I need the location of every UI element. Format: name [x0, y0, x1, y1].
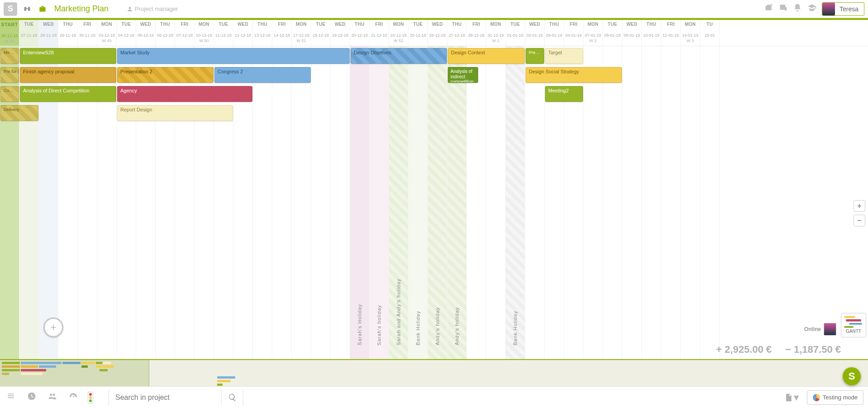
- timeline-col[interactable]: WED26-12-18: [428, 20, 447, 46]
- timeline-col[interactable]: FRI14-12-18: [272, 20, 292, 46]
- timeline-col[interactable]: THU20-12-18: [350, 20, 370, 46]
- task-bar[interactable]: Report Design: [117, 105, 233, 121]
- task-bar[interactable]: Target: [545, 48, 583, 64]
- pie-icon: [813, 394, 820, 401]
- task-bar[interactable]: Agency: [117, 86, 252, 102]
- timeline-col[interactable]: WED19-12-18: [331, 20, 350, 46]
- online-users[interactable]: Online: [804, 323, 836, 336]
- timeline-col[interactable]: MON10-12-18W 50: [194, 20, 214, 46]
- search-input[interactable]: [109, 389, 222, 406]
- gantt-chart: START26-11-18W 48TUE27-11-18WED28-11-18T…: [0, 20, 868, 359]
- timeline-col[interactable]: MON17-12-18W 51: [292, 20, 311, 46]
- task-bar[interactable]: EnterviewS28: [20, 48, 116, 64]
- task-bar[interactable]: Finish agency proposal: [20, 67, 116, 83]
- task-bar[interactable]: Me…: [0, 48, 19, 64]
- timeline-col[interactable]: THU03-01-19: [545, 20, 564, 46]
- timeline-col[interactable]: FRI21-12-18: [370, 20, 389, 46]
- task-layer: Me…EnterviewS28Market StudyDesign Objeti…: [0, 46, 868, 359]
- timeline-col[interactable]: FRI07-12-18: [175, 20, 194, 46]
- timeline-col[interactable]: WED02-01-19: [525, 20, 545, 46]
- total-expense: 1,187.50 €: [785, 344, 841, 355]
- timeline-header: START26-11-18W 48TUE27-11-18WED28-11-18T…: [0, 20, 868, 46]
- user-menu[interactable]: Teresa: [822, 2, 864, 16]
- timeline-col[interactable]: TUE18-12-18: [311, 20, 331, 46]
- timeline-col[interactable]: MON14-01-19W 3: [681, 20, 700, 46]
- timeline-col[interactable]: FRI04-01-19: [564, 20, 583, 46]
- timeline-col[interactable]: START26-11-18W 48: [0, 20, 19, 46]
- timeline-col[interactable]: THU10-01-19: [642, 20, 661, 46]
- task-bar[interactable]: Meeting2: [545, 86, 583, 102]
- timeline-col[interactable]: FRI11-01-19: [661, 20, 681, 46]
- task-bar[interactable]: Market Study: [117, 48, 350, 64]
- task-bar[interactable]: Analysis of indirect competition: [448, 67, 478, 83]
- avatar: [822, 3, 835, 15]
- task-bar[interactable]: Design Objetives: [351, 48, 447, 64]
- task-bar[interactable]: Analysis of Direct Competition: [20, 86, 116, 102]
- add-briefcase-icon[interactable]: [764, 3, 773, 14]
- briefcase-icon[interactable]: [36, 3, 49, 15]
- task-bar[interactable]: Pre…: [526, 48, 544, 64]
- add-task-button[interactable]: [43, 317, 63, 337]
- timeline-col[interactable]: WED28-11-18: [39, 20, 58, 46]
- avatar: [824, 323, 836, 336]
- timeline-col[interactable]: TUE11-12-18: [214, 20, 233, 46]
- gantt-view-button[interactable]: GANTT: [841, 313, 866, 337]
- timeline-col[interactable]: FRI28-12-18: [467, 20, 486, 46]
- task-bar[interactable]: Co…: [0, 86, 19, 102]
- timeline-col[interactable]: THU06-12-18: [156, 20, 175, 46]
- task-bar[interactable]: Congress 2: [214, 67, 311, 83]
- search-button[interactable]: [222, 389, 243, 406]
- task-bar[interactable]: Design Social Strategy: [526, 67, 622, 83]
- dashboard-icon[interactable]: [67, 392, 80, 403]
- list-icon[interactable]: [5, 392, 17, 403]
- task-bar[interactable]: Delivery: [0, 105, 38, 121]
- bell-icon[interactable]: [793, 3, 802, 14]
- fab-button[interactable]: S: [843, 367, 861, 385]
- timeline-col[interactable]: THU13-12-18: [253, 20, 272, 46]
- total-income: 2,925.00 €: [716, 344, 772, 355]
- timeline-col[interactable]: WED05-12-18: [136, 20, 156, 46]
- timeline-col[interactable]: WED09-01-19: [622, 20, 642, 46]
- timeline-col[interactable]: TUE25-12-18: [408, 20, 428, 46]
- timeline-col[interactable]: MON07-01-19W 2: [583, 20, 603, 46]
- task-bar[interactable]: Design Context: [448, 48, 525, 64]
- clock-icon[interactable]: [25, 392, 38, 403]
- totals: 2,925.00 € 1,187.50 €: [716, 344, 841, 355]
- document-menu[interactable]: ▾: [784, 392, 799, 403]
- task-bar[interactable]: Presentation 2: [117, 67, 213, 83]
- app-logo[interactable]: S: [4, 2, 17, 16]
- timeline-col[interactable]: TUE27-11-18: [19, 20, 39, 46]
- gantt-body: Sarah's HolidaySarah's holidaySarah and …: [0, 46, 868, 359]
- team-icon[interactable]: [46, 392, 59, 403]
- timeline-col[interactable]: TUE01-01-19: [506, 20, 525, 46]
- zoom-controls: + −: [854, 200, 865, 226]
- timeline-col[interactable]: MON03-12-18W 49: [97, 20, 117, 46]
- project-role: Project manager: [127, 5, 178, 12]
- zoom-in-button[interactable]: +: [854, 200, 865, 212]
- timeline-col[interactable]: WED12-12-18: [233, 20, 253, 46]
- topbar: S Marketing Plan Project manager Teresa: [0, 0, 868, 18]
- timeline-col[interactable]: FRI30-11-18: [78, 20, 97, 46]
- traffic-light-icon[interactable]: [88, 392, 100, 403]
- timeline-col[interactable]: TUE04-12-18: [117, 20, 136, 46]
- project-title: Marketing Plan: [54, 4, 109, 14]
- testing-mode-button[interactable]: Testing mode: [807, 390, 863, 405]
- binoculars-icon[interactable]: [21, 3, 33, 15]
- graduation-icon[interactable]: [807, 3, 816, 14]
- timeline-col[interactable]: TUE08-01-19: [603, 20, 622, 46]
- bottombar: ▾ Testing mode: [0, 386, 868, 408]
- zoom-out-button[interactable]: −: [854, 215, 865, 226]
- timeline-col[interactable]: THU27-12-18: [447, 20, 467, 46]
- user-name: Teresa: [840, 5, 859, 13]
- timeline-col[interactable]: MON31-12-18W 1: [486, 20, 506, 46]
- timeline-col[interactable]: THU29-11-18: [58, 20, 78, 46]
- chat-icon[interactable]: [778, 3, 787, 14]
- timeline-col[interactable]: MON24-12-18W 52: [389, 20, 408, 46]
- timeline-minimap[interactable]: [0, 359, 868, 386]
- task-bar[interactable]: Pre for the: [0, 67, 19, 83]
- timeline-col[interactable]: TU15-01: [700, 20, 720, 46]
